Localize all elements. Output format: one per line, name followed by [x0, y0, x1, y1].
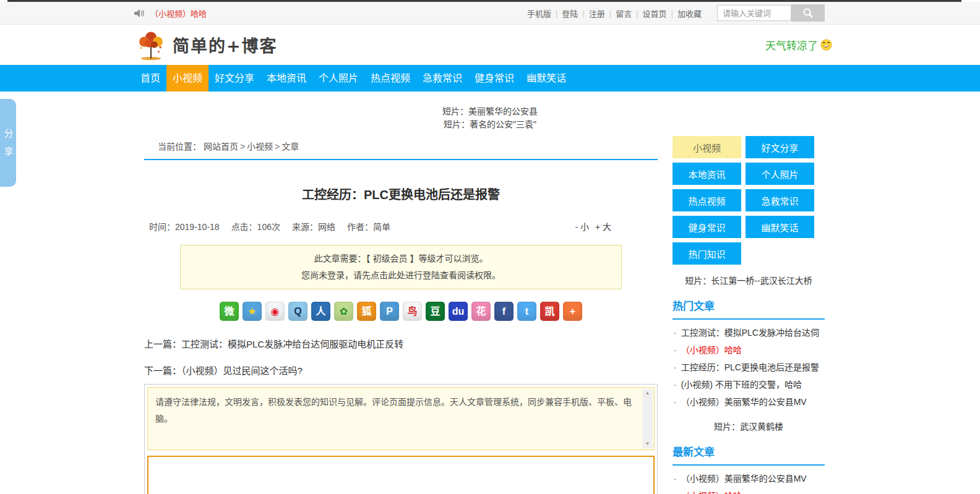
member-notice-line2[interactable]: 您尚未登录，请先点击此处进行登陆查看阅读权限。 [181, 267, 621, 284]
twitter-glyph: t [525, 307, 528, 317]
article-link[interactable]: （小视频）美丽繁华的公安县MV [681, 470, 807, 487]
next-article: 下一篇：（小视频）见过民间这个活吗? [144, 364, 658, 377]
share-icon-baishehui[interactable]: 花 [471, 302, 491, 321]
share-icon-pengyou[interactable]: P [380, 302, 399, 321]
wechat-glyph: 微 [224, 307, 234, 317]
people-weibo-glyph: 鸟 [407, 307, 417, 317]
prev-article: 上一篇：工控测试：模拟PLC发脉冲给台达伺服驱动电机正反转 [144, 337, 658, 350]
share-icon-more[interactable]: + [563, 302, 582, 321]
share-icon-douban[interactable]: 豆 [426, 302, 445, 321]
topbar-links: 手机版|登陆|注册|留言|设首页|加收藏 [523, 7, 706, 19]
article-list-item[interactable]: ·工控经历：PLC更换电池后还是报警 [673, 359, 825, 376]
nav-item[interactable]: 健身常识 [468, 65, 520, 92]
article-link[interactable]: （小视频）哈哈 [681, 487, 742, 494]
share-icon-qq[interactable]: Q [288, 302, 307, 321]
sidebar-category-button[interactable]: 健身常识 [673, 216, 741, 238]
article-meta-row: 时间：2019-10-18点击：106次来源：网络作者：简单 - 小 + 大 [144, 220, 658, 232]
share-icon-sina-weibo[interactable]: ◉ [265, 302, 285, 321]
nav-item[interactable]: 热点视频 [364, 65, 416, 92]
next-label: 下一篇： [144, 365, 181, 376]
article-list-item[interactable]: ·（小视频）美丽繁华的公安县MV [673, 470, 825, 487]
article-list-item[interactable]: ·（小视频）哈哈 [673, 341, 825, 359]
top-clip-link[interactable]: 短片：美丽繁华的公安县 [134, 105, 846, 118]
article-meta: 时间：2019-10-18点击：106次来源：网络作者：简单 [149, 220, 402, 232]
breadcrumb-items: 网站首页>小视频>文章 [204, 142, 299, 151]
share-icon-qzone[interactable]: ★ [243, 302, 262, 321]
baidu-glyph: du [452, 307, 465, 317]
top-clip-link[interactable]: 短片：著名的公安"三袁" [134, 118, 846, 131]
sidebar-clip-banner-1[interactable]: 短片：长江第一桥--武汉长江大桥 [673, 274, 825, 286]
topbar-link[interactable]: 留言 [611, 7, 636, 19]
page-title: 工控经历：PLC更换电池后还是报警 [144, 185, 658, 203]
latest-articles-title: 最新文章 [673, 443, 825, 466]
article-link[interactable]: 工控经历：PLC更换电池后还是报警 [681, 359, 819, 376]
share-icon-people-weibo[interactable]: 鸟 [403, 302, 422, 321]
nav-item[interactable]: 急救常识 [416, 65, 468, 92]
nav-item[interactable]: 本地资讯 [260, 65, 312, 92]
sidebar-category-button[interactable]: 好文分享 [746, 136, 814, 158]
share-icon-wechat[interactable]: 微 [220, 302, 239, 321]
font-size-controls: - 小 + 大 [573, 220, 613, 232]
article-list-item[interactable]: ·（小视频）美丽繁华的公安县MV [673, 393, 825, 411]
sidebar-category-button[interactable]: 热点视频 [673, 189, 741, 211]
article-link[interactable]: (小视频) 不用下班的交警，哈哈 [681, 376, 802, 393]
article-list-item[interactable]: ·（小视频）哈哈 [673, 487, 825, 494]
article-list-item[interactable]: ·工控测试：模拟PLC发脉冲给台达伺 [673, 324, 825, 341]
breadcrumb-link[interactable]: 网站首页 [204, 142, 238, 151]
topbar-link[interactable]: 加收藏 [673, 7, 706, 19]
topbar-link[interactable]: 注册 [585, 7, 609, 19]
nav-item[interactable]: 好文分享 [208, 65, 260, 92]
font-larger-button[interactable]: + 大 [593, 222, 613, 232]
nav-item[interactable]: 个人照片 [312, 65, 364, 92]
article-link[interactable]: 工控测试：模拟PLC发脉冲给台达伺 [681, 324, 819, 341]
share-icon-kaixin[interactable]: ✿ [334, 302, 353, 321]
comment-input[interactable] [147, 456, 655, 494]
top-clips: 短片：美丽繁华的公安县短片：著名的公安"三袁" [134, 105, 846, 131]
guideline-scrollbar[interactable]: ▲ ▼ [642, 389, 653, 448]
laughing-emoji-icon [820, 39, 832, 51]
baishehui-glyph: 花 [476, 307, 486, 317]
bullet-icon: · [674, 470, 677, 487]
search-button[interactable] [791, 4, 825, 22]
speaker-icon [134, 9, 145, 18]
sidebar-category-button[interactable]: 热门知识 [673, 242, 741, 265]
breadcrumb: 当前位置： 网站首页>小视频>文章 [144, 136, 658, 160]
main-nav: 首页小视频好文分享本地资讯个人照片热点视频急救常识健身常识幽默笑话 [0, 65, 980, 92]
share-side-tab[interactable]: 分享 [0, 99, 16, 187]
sidebar-category-button[interactable]: 幽默笑话 [746, 216, 814, 238]
breadcrumb-link[interactable]: 文章 [282, 142, 299, 151]
breadcrumb-link[interactable]: 小视频 [247, 142, 273, 151]
article-meta-item: 来源：网络 [292, 220, 335, 232]
sidebar-category-button[interactable]: 个人照片 [746, 163, 814, 185]
member-notice-line1: 此文章需要：【 初级会员 】等级才可以浏览。 [181, 250, 621, 267]
article-link[interactable]: （小视频）美丽繁华的公安县MV [681, 393, 807, 411]
search-icon [802, 7, 814, 19]
prev-article-link[interactable]: 工控测试：模拟PLC发脉冲给台达伺服驱动电机正反转 [181, 339, 403, 349]
announcement-link[interactable]: （小视频）哈哈 [150, 7, 207, 19]
share-icon-twitter[interactable]: t [517, 302, 536, 321]
font-smaller-button[interactable]: - 小 [573, 222, 591, 232]
share-icon-renren[interactable]: 人 [311, 302, 330, 321]
scroll-up-icon[interactable]: ▲ [645, 391, 650, 396]
article-list-item[interactable]: ·(小视频) 不用下班的交警，哈哈 [673, 376, 825, 393]
article-link[interactable]: （小视频）哈哈 [681, 341, 742, 359]
nav-item[interactable]: 小视频 [166, 65, 208, 92]
topbar-link[interactable]: 手机版 [523, 7, 556, 19]
sidebar-clip-banner-2[interactable]: 短片：武汉黄鹤楼 [673, 420, 825, 432]
sidebar-category-button[interactable]: 本地资讯 [673, 163, 741, 185]
nav-item[interactable]: 幽默笑话 [520, 65, 572, 92]
scroll-down-icon[interactable]: ▼ [645, 441, 650, 446]
topbar-link[interactable]: 登陆 [557, 7, 582, 19]
topbar-link[interactable]: 设首页 [638, 7, 671, 19]
site-logo[interactable]: 简单的+博客 [134, 28, 278, 62]
sidebar-category-button[interactable]: 急救常识 [746, 189, 814, 211]
share-icon-sohu-weibo[interactable]: 狐 [357, 302, 376, 321]
nav-item[interactable]: 首页 [134, 65, 166, 92]
sidebar-category-button[interactable]: 小视频 [673, 136, 741, 158]
facebook-glyph: f [502, 307, 505, 317]
next-article-link[interactable]: （小视频）见过民间这个活吗? [181, 365, 303, 376]
share-icon-kdnet[interactable]: 凯 [540, 302, 559, 321]
search-input[interactable] [717, 5, 791, 21]
share-icon-facebook[interactable]: f [494, 302, 514, 321]
share-icon-baidu[interactable]: du [449, 302, 468, 321]
